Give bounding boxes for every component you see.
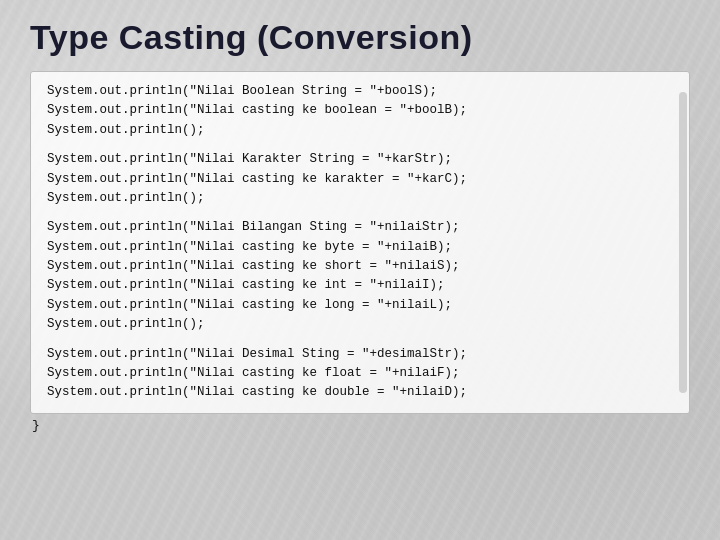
code-line: System.out.println("Nilai casting ke flo… [47, 364, 673, 383]
code-line: System.out.println("Nilai casting ke int… [47, 276, 673, 295]
code-box: System.out.println("Nilai Boolean String… [30, 71, 690, 414]
code-line: System.out.println("Nilai Karakter Strin… [47, 150, 673, 169]
code-line: System.out.println("Nilai casting ke boo… [47, 101, 673, 120]
code-line: System.out.println("Nilai casting ke byt… [47, 238, 673, 257]
code-line: System.out.println("Nilai casting ke lon… [47, 296, 673, 315]
code-line: System.out.println("Nilai casting ke dou… [47, 383, 673, 402]
code-section-3: System.out.println("Nilai Bilangan Sting… [47, 218, 673, 334]
code-section-2: System.out.println("Nilai Karakter Strin… [47, 150, 673, 208]
slide-title: Type Casting (Conversion) [30, 18, 690, 57]
code-line: System.out.println("Nilai Boolean String… [47, 82, 673, 101]
code-section-1: System.out.println("Nilai Boolean String… [47, 82, 673, 140]
code-line: System.out.println("Nilai Bilangan Sting… [47, 218, 673, 237]
code-line: System.out.println(); [47, 189, 673, 208]
closing-brace: } [32, 418, 690, 433]
code-line: System.out.println("Nilai casting ke kar… [47, 170, 673, 189]
code-line: System.out.println(); [47, 315, 673, 334]
code-line: System.out.println("Nilai Desimal Sting … [47, 345, 673, 364]
code-section-4: System.out.println("Nilai Desimal Sting … [47, 345, 673, 403]
code-line: System.out.println(); [47, 121, 673, 140]
slide-container: Type Casting (Conversion) System.out.pri… [0, 0, 720, 451]
code-line: System.out.println("Nilai casting ke sho… [47, 257, 673, 276]
